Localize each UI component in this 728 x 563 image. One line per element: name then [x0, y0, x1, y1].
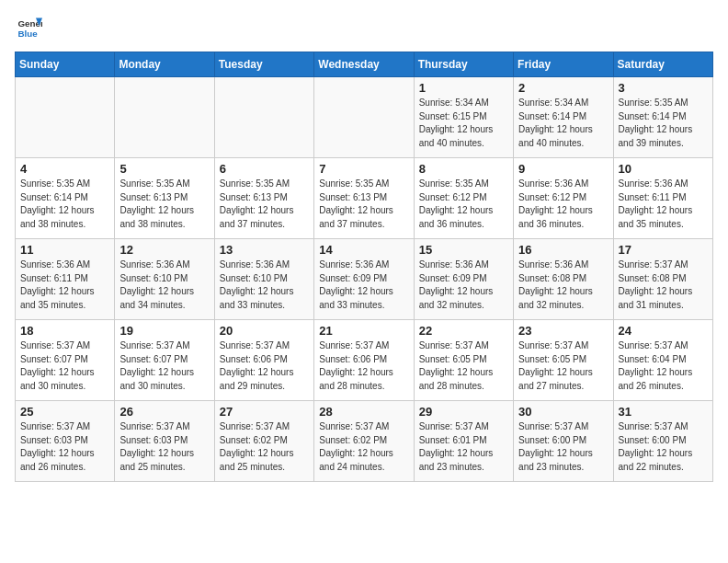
- day-info: Sunrise: 5:35 AM Sunset: 6:12 PM Dayligh…: [419, 178, 508, 231]
- calendar-cell: 16Sunrise: 5:36 AM Sunset: 6:08 PM Dayli…: [514, 239, 613, 320]
- calendar-cell: [115, 77, 214, 158]
- day-info: Sunrise: 5:37 AM Sunset: 6:07 PM Dayligh…: [119, 339, 209, 393]
- day-number: 29: [419, 405, 508, 419]
- day-info: Sunrise: 5:37 AM Sunset: 6:01 PM Dayligh…: [419, 420, 508, 474]
- calendar-cell: 21Sunrise: 5:37 AM Sunset: 6:06 PM Dayli…: [314, 320, 414, 401]
- day-info: Sunrise: 5:35 AM Sunset: 6:13 PM Dayligh…: [220, 178, 309, 231]
- calendar-cell: 24Sunrise: 5:37 AM Sunset: 6:04 PM Dayli…: [613, 320, 712, 401]
- day-info: Sunrise: 5:35 AM Sunset: 6:14 PM Dayligh…: [619, 97, 708, 150]
- calendar-cell: 13Sunrise: 5:36 AM Sunset: 6:10 PM Dayli…: [214, 239, 313, 320]
- day-number: 11: [20, 243, 109, 257]
- logo: General Blue: [15, 15, 42, 44]
- day-number: 8: [419, 162, 508, 176]
- day-number: 10: [619, 162, 708, 176]
- weekday-header: Sunday: [16, 52, 115, 77]
- calendar-cell: [214, 77, 313, 158]
- day-number: 27: [220, 405, 309, 419]
- day-number: 4: [20, 162, 109, 176]
- calendar-cell: 19Sunrise: 5:37 AM Sunset: 6:07 PM Dayli…: [115, 320, 214, 401]
- day-info: Sunrise: 5:37 AM Sunset: 6:05 PM Dayligh…: [419, 339, 508, 393]
- day-number: 7: [319, 162, 408, 176]
- day-number: 2: [518, 81, 608, 95]
- day-number: 12: [119, 243, 209, 257]
- day-number: 25: [20, 405, 109, 419]
- day-number: 28: [319, 405, 408, 419]
- day-info: Sunrise: 5:36 AM Sunset: 6:10 PM Dayligh…: [119, 259, 209, 312]
- calendar-cell: 6Sunrise: 5:35 AM Sunset: 6:13 PM Daylig…: [214, 158, 313, 239]
- day-info: Sunrise: 5:37 AM Sunset: 6:08 PM Dayligh…: [619, 259, 708, 312]
- calendar-cell: 10Sunrise: 5:36 AM Sunset: 6:11 PM Dayli…: [613, 158, 712, 239]
- day-number: 3: [619, 81, 708, 95]
- calendar-week-row: 1Sunrise: 5:34 AM Sunset: 6:15 PM Daylig…: [16, 77, 713, 158]
- calendar-cell: 30Sunrise: 5:37 AM Sunset: 6:00 PM Dayli…: [514, 401, 613, 482]
- day-info: Sunrise: 5:37 AM Sunset: 6:05 PM Dayligh…: [518, 339, 608, 393]
- day-number: 9: [518, 162, 608, 176]
- logo-icon: General Blue: [17, 15, 42, 40]
- day-number: 16: [518, 243, 608, 257]
- day-info: Sunrise: 5:35 AM Sunset: 6:13 PM Dayligh…: [119, 178, 209, 231]
- calendar-cell: 7Sunrise: 5:35 AM Sunset: 6:13 PM Daylig…: [314, 158, 414, 239]
- calendar-cell: 3Sunrise: 5:35 AM Sunset: 6:14 PM Daylig…: [613, 77, 712, 158]
- day-number: 13: [220, 243, 309, 257]
- day-info: Sunrise: 5:36 AM Sunset: 6:09 PM Dayligh…: [419, 259, 508, 312]
- day-number: 21: [319, 324, 408, 338]
- calendar-week-row: 25Sunrise: 5:37 AM Sunset: 6:03 PM Dayli…: [16, 401, 713, 482]
- weekday-header: Thursday: [414, 52, 513, 77]
- weekday-header: Monday: [115, 52, 214, 77]
- day-number: 15: [419, 243, 508, 257]
- weekday-header: Wednesday: [314, 52, 414, 77]
- calendar-cell: 1Sunrise: 5:34 AM Sunset: 6:15 PM Daylig…: [414, 77, 513, 158]
- calendar-cell: 14Sunrise: 5:36 AM Sunset: 6:09 PM Dayli…: [314, 239, 414, 320]
- calendar-week-row: 11Sunrise: 5:36 AM Sunset: 6:11 PM Dayli…: [16, 239, 713, 320]
- weekday-header: Friday: [514, 52, 613, 77]
- day-info: Sunrise: 5:35 AM Sunset: 6:13 PM Dayligh…: [319, 178, 408, 231]
- weekday-header: Tuesday: [214, 52, 313, 77]
- calendar-cell: 27Sunrise: 5:37 AM Sunset: 6:02 PM Dayli…: [214, 401, 313, 482]
- calendar-cell: [16, 77, 115, 158]
- day-number: 1: [419, 81, 508, 95]
- day-number: 23: [518, 324, 608, 338]
- calendar-cell: 25Sunrise: 5:37 AM Sunset: 6:03 PM Dayli…: [16, 401, 115, 482]
- calendar-cell: 28Sunrise: 5:37 AM Sunset: 6:02 PM Dayli…: [314, 401, 414, 482]
- page-header: General Blue: [15, 15, 713, 44]
- day-number: 20: [220, 324, 309, 338]
- day-number: 30: [518, 405, 608, 419]
- calendar-table: SundayMondayTuesdayWednesdayThursdayFrid…: [15, 52, 713, 482]
- day-number: 31: [619, 405, 708, 419]
- weekday-header: Saturday: [613, 52, 712, 77]
- day-info: Sunrise: 5:37 AM Sunset: 6:07 PM Dayligh…: [20, 339, 109, 393]
- calendar-header-row: SundayMondayTuesdayWednesdayThursdayFrid…: [16, 52, 713, 77]
- calendar-cell: 11Sunrise: 5:36 AM Sunset: 6:11 PM Dayli…: [16, 239, 115, 320]
- day-number: 26: [119, 405, 209, 419]
- day-info: Sunrise: 5:37 AM Sunset: 6:02 PM Dayligh…: [220, 420, 309, 474]
- day-info: Sunrise: 5:36 AM Sunset: 6:09 PM Dayligh…: [319, 259, 408, 312]
- day-number: 19: [119, 324, 209, 338]
- day-number: 24: [619, 324, 708, 338]
- day-info: Sunrise: 5:37 AM Sunset: 6:00 PM Dayligh…: [518, 420, 608, 474]
- day-info: Sunrise: 5:36 AM Sunset: 6:11 PM Dayligh…: [20, 259, 109, 312]
- calendar-cell: 20Sunrise: 5:37 AM Sunset: 6:06 PM Dayli…: [214, 320, 313, 401]
- day-info: Sunrise: 5:35 AM Sunset: 6:14 PM Dayligh…: [20, 178, 109, 231]
- day-info: Sunrise: 5:34 AM Sunset: 6:14 PM Dayligh…: [518, 97, 608, 150]
- calendar-cell: 2Sunrise: 5:34 AM Sunset: 6:14 PM Daylig…: [514, 77, 613, 158]
- calendar-cell: 5Sunrise: 5:35 AM Sunset: 6:13 PM Daylig…: [115, 158, 214, 239]
- calendar-cell: 22Sunrise: 5:37 AM Sunset: 6:05 PM Dayli…: [414, 320, 513, 401]
- day-info: Sunrise: 5:37 AM Sunset: 6:00 PM Dayligh…: [619, 420, 708, 474]
- calendar-cell: [314, 77, 414, 158]
- svg-text:Blue: Blue: [17, 29, 38, 39]
- calendar-cell: 29Sunrise: 5:37 AM Sunset: 6:01 PM Dayli…: [414, 401, 513, 482]
- day-info: Sunrise: 5:37 AM Sunset: 6:03 PM Dayligh…: [20, 420, 109, 474]
- day-info: Sunrise: 5:36 AM Sunset: 6:11 PM Dayligh…: [619, 178, 708, 231]
- day-number: 22: [419, 324, 508, 338]
- calendar-cell: 18Sunrise: 5:37 AM Sunset: 6:07 PM Dayli…: [16, 320, 115, 401]
- day-number: 5: [119, 162, 209, 176]
- day-info: Sunrise: 5:37 AM Sunset: 6:03 PM Dayligh…: [119, 420, 209, 474]
- calendar-week-row: 18Sunrise: 5:37 AM Sunset: 6:07 PM Dayli…: [16, 320, 713, 401]
- day-info: Sunrise: 5:37 AM Sunset: 6:02 PM Dayligh…: [319, 420, 408, 474]
- day-info: Sunrise: 5:36 AM Sunset: 6:10 PM Dayligh…: [220, 259, 309, 312]
- calendar-cell: 12Sunrise: 5:36 AM Sunset: 6:10 PM Dayli…: [115, 239, 214, 320]
- day-info: Sunrise: 5:36 AM Sunset: 6:08 PM Dayligh…: [518, 259, 608, 312]
- calendar-cell: 26Sunrise: 5:37 AM Sunset: 6:03 PM Dayli…: [115, 401, 214, 482]
- day-info: Sunrise: 5:34 AM Sunset: 6:15 PM Dayligh…: [419, 97, 508, 150]
- calendar-cell: 8Sunrise: 5:35 AM Sunset: 6:12 PM Daylig…: [414, 158, 513, 239]
